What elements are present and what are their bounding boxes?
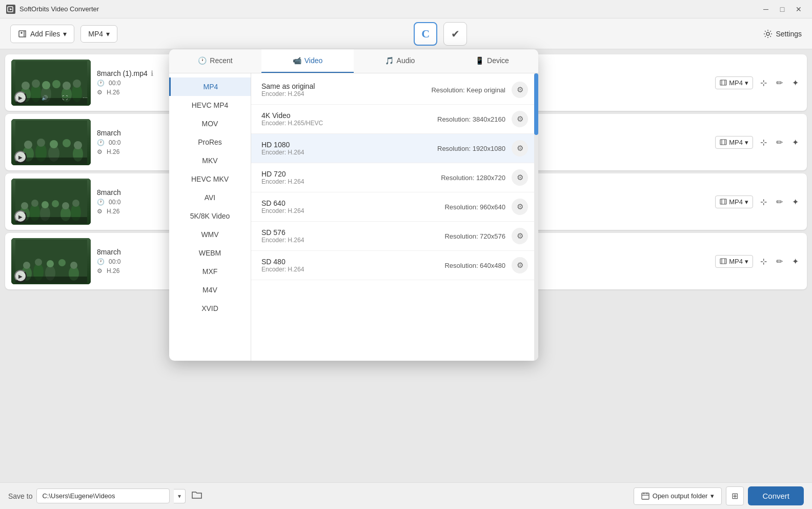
minimize-button[interactable]: ─	[759, 2, 773, 16]
edit-icon[interactable]: ✏	[774, 76, 785, 90]
preset-name: HD 1080	[261, 141, 437, 149]
preset-sd-640[interactable]: SD 640 Encoder: H.264 Resolution: 960x64…	[251, 192, 538, 222]
browse-folder-button[interactable]	[190, 488, 204, 504]
tab-device-label: Device	[487, 56, 509, 65]
svg-point-29	[50, 140, 58, 148]
format-picker-dialog: 🕐 Recent 📹 Video 🎵 Audio 📱 Device MP4 HE…	[169, 49, 538, 361]
format-badge[interactable]: MP4 ▾	[715, 136, 753, 149]
presets-wrapper: Same as original Encoder: H.264 Resoluti…	[251, 73, 538, 361]
svg-point-31	[63, 139, 71, 147]
format-badge[interactable]: MP4 ▾	[715, 195, 753, 208]
add-files-button[interactable]: Add Files ▾	[10, 25, 74, 43]
edit-icon[interactable]: ✏	[774, 254, 785, 268]
format-item-xvid[interactable]: XVID	[169, 299, 251, 318]
grid-view-button[interactable]: ⊞	[726, 486, 744, 505]
format-item-webm[interactable]: WEBM	[169, 244, 251, 262]
check-mode-button[interactable]: ✔	[443, 22, 467, 46]
settings-button[interactable]: Settings	[763, 29, 802, 38]
tab-device[interactable]: 📱 Device	[446, 49, 538, 73]
scrollbar-track[interactable]	[534, 73, 538, 361]
format-badge[interactable]: MP4 ▾	[715, 76, 753, 89]
info-icon[interactable]: ℹ	[151, 69, 153, 77]
scrollbar-thumb[interactable]	[534, 73, 538, 135]
title-bar-left: SoftOrbits Video Converter	[6, 5, 99, 14]
preset-settings-button[interactable]: ⚙	[512, 199, 528, 215]
svg-point-16	[63, 82, 71, 90]
save-path-dropdown[interactable]: ▾	[174, 489, 186, 503]
wand-icon[interactable]: ✦	[790, 76, 801, 90]
format-chevron: ▾	[106, 30, 110, 38]
format-item-prores[interactable]: ProRes	[169, 133, 251, 151]
format-item-mxf[interactable]: MXF	[169, 262, 251, 281]
settings-small-icon: ⚙	[97, 267, 103, 275]
preset-hd-720[interactable]: HD 720 Encoder: H.264 Resolution: 1280x7…	[251, 163, 538, 192]
play-button[interactable]: ▶	[14, 210, 27, 223]
svg-point-33	[74, 141, 82, 149]
film-icon	[720, 258, 727, 265]
thumbnail-controls: ▶	[14, 151, 88, 163]
edit-icon[interactable]: ✏	[774, 135, 785, 149]
thumbnail-controls: ▶	[14, 210, 88, 223]
preset-settings-button[interactable]: ⚙	[512, 257, 528, 273]
format-chevron-icon: ▾	[745, 258, 748, 265]
svg-point-65	[70, 262, 77, 269]
crop-icon[interactable]: ⊹	[758, 135, 769, 149]
preset-hd-1080[interactable]: HD 1080 Encoder: H.264 Resolution: 1920x…	[251, 134, 538, 163]
wand-icon[interactable]: ✦	[790, 135, 801, 149]
preset-info: Same as original Encoder: H.264	[261, 82, 431, 97]
format-item-hevc-mkv[interactable]: HEVC MKV	[169, 170, 251, 188]
preset-sd-576[interactable]: SD 576 Encoder: H.264 Resolution: 720x57…	[251, 222, 538, 251]
format-item-m4v[interactable]: M4V	[169, 281, 251, 299]
save-path-input[interactable]	[36, 488, 170, 503]
settings-small-icon: ⚙	[97, 89, 103, 96]
add-files-icon	[18, 29, 27, 38]
crop-icon[interactable]: ⊹	[758, 76, 769, 90]
format-item-mov[interactable]: MOV	[169, 114, 251, 133]
tab-audio[interactable]: 🎵 Audio	[354, 49, 446, 73]
format-item-5k8k[interactable]: 5K/8K Video	[169, 207, 251, 225]
format-badge[interactable]: MP4 ▾	[715, 255, 753, 268]
preset-same-as-original[interactable]: Same as original Encoder: H.264 Resoluti…	[251, 75, 538, 105]
preset-name: 4K Video	[261, 111, 437, 120]
format-item-avi[interactable]: AVI	[169, 188, 251, 207]
preset-settings-button[interactable]: ⚙	[512, 140, 528, 156]
preset-settings-button[interactable]: ⚙	[512, 111, 528, 127]
format-item-hevc-mp4[interactable]: HEVC MP4	[169, 96, 251, 114]
add-files-label: Add Files	[30, 30, 60, 38]
picker-tabs: 🕐 Recent 📹 Video 🎵 Audio 📱 Device	[169, 49, 538, 73]
convert-button[interactable]: Convert	[748, 486, 804, 505]
wand-icon[interactable]: ✦	[790, 195, 801, 209]
maximize-button[interactable]: □	[775, 2, 789, 16]
crop-icon[interactable]: ⊹	[758, 195, 769, 209]
open-folder-chevron: ▾	[710, 492, 714, 500]
svg-marker-1	[10, 8, 12, 10]
settings-label: Settings	[776, 30, 802, 38]
format-item-wmv[interactable]: WMV	[169, 225, 251, 244]
format-item-mp4[interactable]: MP4	[169, 77, 251, 96]
more-icon: ⋯	[83, 95, 88, 101]
preset-4k-video[interactable]: 4K Video Encoder: H.265/HEVC Resolution:…	[251, 105, 538, 134]
preset-settings-button[interactable]: ⚙	[512, 82, 528, 98]
edit-icon[interactable]: ✏	[774, 195, 785, 209]
preset-settings-button[interactable]: ⚙	[512, 228, 528, 244]
play-button[interactable]: ▶	[14, 270, 27, 282]
preset-sd-480[interactable]: SD 480 Encoder: H.264 Resolution: 640x48…	[251, 251, 538, 280]
open-output-folder-button[interactable]: Open output folder ▾	[634, 487, 722, 505]
play-button[interactable]: ▶	[14, 151, 27, 163]
close-button[interactable]: ✕	[791, 2, 806, 16]
convert-mode-button[interactable]: C	[414, 22, 437, 46]
preset-name: SD 480	[261, 258, 444, 266]
wand-icon[interactable]: ✦	[790, 254, 801, 268]
play-button[interactable]: ▶	[14, 91, 27, 104]
video-actions: MP4 ▾ ⊹ ✏ ✦	[715, 195, 801, 209]
crop-icon[interactable]: ⊹	[758, 254, 769, 268]
tab-recent[interactable]: 🕐 Recent	[169, 49, 261, 73]
svg-rect-67	[720, 259, 726, 264]
format-selector-button[interactable]: MP4 ▾	[80, 25, 117, 43]
preset-info: SD 640 Encoder: H.264	[261, 199, 444, 214]
preset-settings-button[interactable]: ⚙	[512, 169, 528, 186]
format-item-mkv[interactable]: MKV	[169, 151, 251, 170]
tab-video[interactable]: 📹 Video	[261, 49, 354, 73]
video-actions: MP4 ▾ ⊹ ✏ ✦	[715, 76, 801, 90]
preset-encoder: Encoder: H.264	[261, 207, 444, 214]
